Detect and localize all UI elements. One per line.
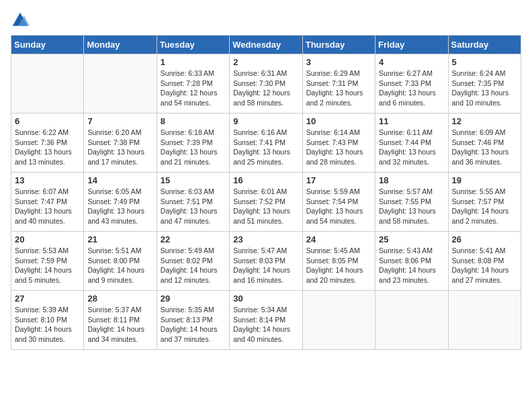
day-number: 26 bbox=[452, 234, 517, 244]
day-info: Sunrise: 5:51 AMSunset: 8:00 PMDaylight:… bbox=[87, 246, 152, 285]
calendar-cell: 13Sunrise: 6:07 AMSunset: 7:47 PMDayligh… bbox=[11, 173, 84, 232]
day-number: 16 bbox=[233, 175, 298, 185]
calendar-cell bbox=[448, 291, 521, 350]
day-number: 3 bbox=[306, 57, 371, 67]
weekday-header: Wednesday bbox=[230, 36, 302, 54]
calendar-cell: 19Sunrise: 5:55 AMSunset: 7:57 PMDayligh… bbox=[448, 173, 521, 232]
day-number: 25 bbox=[379, 234, 444, 244]
day-number: 24 bbox=[306, 234, 371, 244]
calendar-cell bbox=[375, 291, 448, 350]
calendar-cell: 22Sunrise: 5:49 AMSunset: 8:02 PMDayligh… bbox=[157, 232, 229, 291]
calendar-cell: 26Sunrise: 5:41 AMSunset: 8:08 PMDayligh… bbox=[448, 232, 521, 291]
calendar-cell: 17Sunrise: 5:59 AMSunset: 7:54 PMDayligh… bbox=[302, 173, 375, 232]
logo-icon bbox=[11, 11, 30, 30]
day-number: 18 bbox=[379, 175, 444, 185]
day-number: 28 bbox=[87, 293, 152, 304]
day-number: 11 bbox=[379, 116, 444, 126]
day-info: Sunrise: 6:31 AMSunset: 7:30 PMDaylight:… bbox=[233, 68, 298, 108]
calendar-cell: 21Sunrise: 5:51 AMSunset: 8:00 PMDayligh… bbox=[84, 232, 157, 291]
calendar-cell: 14Sunrise: 6:05 AMSunset: 7:49 PMDayligh… bbox=[84, 173, 157, 232]
weekday-header: Sunday bbox=[11, 36, 84, 54]
day-info: Sunrise: 6:18 AMSunset: 7:39 PMDaylight:… bbox=[161, 128, 226, 167]
calendar-cell bbox=[11, 54, 84, 113]
calendar-cell: 1Sunrise: 6:33 AMSunset: 7:28 PMDaylight… bbox=[157, 54, 229, 113]
calendar-cell: 29Sunrise: 5:35 AMSunset: 8:13 PMDayligh… bbox=[157, 291, 229, 350]
day-number: 14 bbox=[87, 175, 152, 185]
day-info: Sunrise: 5:53 AMSunset: 7:59 PMDaylight:… bbox=[15, 246, 80, 285]
calendar: SundayMondayTuesdayWednesdayThursdayFrid… bbox=[11, 35, 521, 350]
day-number: 30 bbox=[233, 293, 298, 304]
day-info: Sunrise: 5:43 AMSunset: 8:06 PMDaylight:… bbox=[379, 246, 444, 285]
calendar-week-row: 13Sunrise: 6:07 AMSunset: 7:47 PMDayligh… bbox=[11, 173, 521, 232]
day-number: 27 bbox=[15, 293, 80, 304]
day-info: Sunrise: 5:57 AMSunset: 7:55 PMDaylight:… bbox=[379, 187, 444, 226]
day-number: 4 bbox=[379, 57, 444, 67]
day-info: Sunrise: 6:14 AMSunset: 7:43 PMDaylight:… bbox=[306, 128, 371, 167]
calendar-cell: 23Sunrise: 5:47 AMSunset: 8:03 PMDayligh… bbox=[230, 232, 302, 291]
day-number: 15 bbox=[161, 175, 226, 185]
day-info: Sunrise: 5:35 AMSunset: 8:13 PMDaylight:… bbox=[161, 305, 226, 345]
calendar-cell: 9Sunrise: 6:16 AMSunset: 7:41 PMDaylight… bbox=[230, 113, 302, 173]
weekday-header: Monday bbox=[84, 36, 157, 54]
calendar-week-row: 6Sunrise: 6:22 AMSunset: 7:36 PMDaylight… bbox=[11, 113, 521, 173]
calendar-cell: 30Sunrise: 5:34 AMSunset: 8:14 PMDayligh… bbox=[230, 291, 302, 350]
day-info: Sunrise: 5:55 AMSunset: 7:57 PMDaylight:… bbox=[452, 187, 517, 226]
day-info: Sunrise: 5:37 AMSunset: 8:11 PMDaylight:… bbox=[87, 305, 152, 345]
calendar-cell: 28Sunrise: 5:37 AMSunset: 8:11 PMDayligh… bbox=[84, 291, 157, 350]
logo bbox=[11, 11, 32, 30]
day-info: Sunrise: 5:49 AMSunset: 8:02 PMDaylight:… bbox=[161, 246, 226, 285]
day-number: 6 bbox=[15, 116, 80, 126]
day-number: 20 bbox=[15, 234, 80, 244]
day-info: Sunrise: 6:11 AMSunset: 7:44 PMDaylight:… bbox=[379, 128, 444, 167]
day-info: Sunrise: 6:09 AMSunset: 7:46 PMDaylight:… bbox=[452, 128, 517, 167]
calendar-cell: 18Sunrise: 5:57 AMSunset: 7:55 PMDayligh… bbox=[375, 173, 448, 232]
day-info: Sunrise: 6:01 AMSunset: 7:52 PMDaylight:… bbox=[233, 187, 298, 226]
calendar-cell: 5Sunrise: 6:24 AMSunset: 7:35 PMDaylight… bbox=[448, 54, 521, 113]
day-info: Sunrise: 5:45 AMSunset: 8:05 PMDaylight:… bbox=[306, 246, 371, 285]
calendar-cell: 10Sunrise: 6:14 AMSunset: 7:43 PMDayligh… bbox=[302, 113, 375, 173]
weekday-header: Friday bbox=[375, 36, 448, 54]
weekday-header: Saturday bbox=[448, 36, 521, 54]
calendar-cell: 6Sunrise: 6:22 AMSunset: 7:36 PMDaylight… bbox=[11, 113, 84, 173]
day-info: Sunrise: 6:20 AMSunset: 7:38 PMDaylight:… bbox=[87, 128, 152, 167]
day-number: 13 bbox=[15, 175, 80, 185]
calendar-cell: 24Sunrise: 5:45 AMSunset: 8:05 PMDayligh… bbox=[302, 232, 375, 291]
calendar-cell bbox=[302, 291, 375, 350]
calendar-cell: 27Sunrise: 5:39 AMSunset: 8:10 PMDayligh… bbox=[11, 291, 84, 350]
day-info: Sunrise: 6:24 AMSunset: 7:35 PMDaylight:… bbox=[452, 68, 517, 108]
day-info: Sunrise: 6:16 AMSunset: 7:41 PMDaylight:… bbox=[233, 128, 298, 167]
day-number: 9 bbox=[233, 116, 298, 126]
calendar-cell: 16Sunrise: 6:01 AMSunset: 7:52 PMDayligh… bbox=[230, 173, 302, 232]
day-info: Sunrise: 6:22 AMSunset: 7:36 PMDaylight:… bbox=[15, 128, 80, 167]
day-number: 12 bbox=[452, 116, 517, 126]
day-number: 1 bbox=[161, 57, 226, 67]
day-number: 22 bbox=[161, 234, 226, 244]
calendar-week-row: 1Sunrise: 6:33 AMSunset: 7:28 PMDaylight… bbox=[11, 54, 521, 113]
day-info: Sunrise: 6:07 AMSunset: 7:47 PMDaylight:… bbox=[15, 187, 80, 226]
weekday-header: Tuesday bbox=[157, 36, 229, 54]
calendar-cell: 8Sunrise: 6:18 AMSunset: 7:39 PMDaylight… bbox=[157, 113, 229, 173]
day-info: Sunrise: 5:34 AMSunset: 8:14 PMDaylight:… bbox=[233, 305, 298, 345]
day-number: 23 bbox=[233, 234, 298, 244]
day-info: Sunrise: 5:59 AMSunset: 7:54 PMDaylight:… bbox=[306, 187, 371, 226]
day-info: Sunrise: 6:05 AMSunset: 7:49 PMDaylight:… bbox=[87, 187, 152, 226]
day-number: 19 bbox=[452, 175, 517, 185]
day-number: 2 bbox=[233, 57, 298, 67]
calendar-cell: 7Sunrise: 6:20 AMSunset: 7:38 PMDaylight… bbox=[84, 113, 157, 173]
calendar-cell: 11Sunrise: 6:11 AMSunset: 7:44 PMDayligh… bbox=[375, 113, 448, 173]
calendar-week-row: 20Sunrise: 5:53 AMSunset: 7:59 PMDayligh… bbox=[11, 232, 521, 291]
calendar-cell: 2Sunrise: 6:31 AMSunset: 7:30 PMDaylight… bbox=[230, 54, 302, 113]
day-number: 10 bbox=[306, 116, 371, 126]
day-number: 29 bbox=[161, 293, 226, 304]
day-number: 17 bbox=[306, 175, 371, 185]
day-info: Sunrise: 6:33 AMSunset: 7:28 PMDaylight:… bbox=[161, 68, 226, 108]
day-number: 21 bbox=[87, 234, 152, 244]
calendar-header-row: SundayMondayTuesdayWednesdayThursdayFrid… bbox=[11, 36, 521, 54]
calendar-cell bbox=[84, 54, 157, 113]
calendar-cell: 25Sunrise: 5:43 AMSunset: 8:06 PMDayligh… bbox=[375, 232, 448, 291]
day-number: 7 bbox=[87, 116, 152, 126]
calendar-cell: 4Sunrise: 6:27 AMSunset: 7:33 PMDaylight… bbox=[375, 54, 448, 113]
weekday-header: Thursday bbox=[302, 36, 375, 54]
day-info: Sunrise: 5:39 AMSunset: 8:10 PMDaylight:… bbox=[15, 305, 80, 345]
calendar-cell: 20Sunrise: 5:53 AMSunset: 7:59 PMDayligh… bbox=[11, 232, 84, 291]
